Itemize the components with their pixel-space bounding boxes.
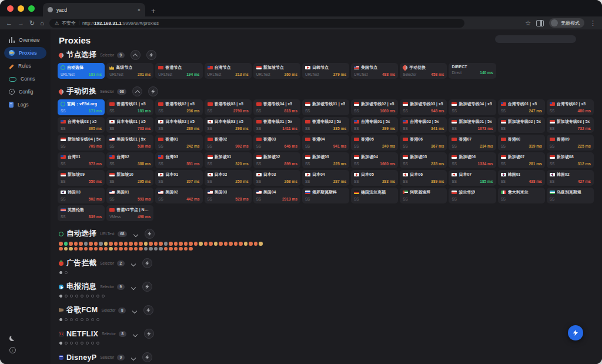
theme-toggle-moon-icon[interactable] [9, 336, 15, 341]
group-latency-test-button[interactable] [144, 329, 154, 339]
expand-group-button[interactable] [131, 259, 136, 268]
proxy-card[interactable]: 台湾03SS551 ms [155, 152, 202, 168]
proxy-card[interactable]: 台湾01SS573 ms [58, 152, 105, 168]
proxy-card[interactable]: 香港01SS242 ms [155, 135, 202, 151]
proxy-card[interactable]: 香港02SS902 ms [205, 135, 252, 151]
home-icon[interactable]: ⌂ [40, 20, 44, 26]
proxy-card[interactable]: 日本06SS389 ms [400, 170, 447, 186]
proxy-card[interactable]: 新加坡02SS899 ms [253, 152, 300, 168]
sidebar-item-proxies[interactable]: Proxies [4, 47, 46, 59]
proxy-card[interactable]: 美国节点URLTest488 ms [351, 63, 398, 79]
proxy-card[interactable]: 新加坡09SS550 ms [58, 170, 105, 186]
collapse-group-button[interactable] [131, 50, 141, 60]
close-tab-icon[interactable]: × [138, 7, 141, 13]
proxy-card[interactable]: 香港06SS367 ms [400, 135, 447, 151]
proxy-card[interactable]: 新加坡专线04 | x5SS [449, 99, 496, 115]
proxy-card[interactable]: 美国04SS2913 ms [253, 188, 300, 203]
proxy-card[interactable]: 高级节点URLTest201 ms [106, 63, 153, 79]
sidebar-item-config[interactable]: Config [4, 86, 46, 98]
proxy-card[interactable]: 新加坡专线01 | 5xSS1073 ms [449, 117, 496, 133]
expand-group-button[interactable] [131, 282, 136, 291]
proxy-card[interactable]: 香港04SS941 ms [302, 135, 349, 151]
proxy-card[interactable]: 英国伦敦SS839 ms [58, 205, 105, 221]
proxy-card[interactable]: 乌兹别克斯坦SS [547, 188, 594, 203]
latency-test-fab-button[interactable] [568, 325, 583, 340]
side-panel-icon[interactable] [536, 20, 544, 26]
sidebar-item-overview[interactable]: Overview [4, 34, 46, 46]
forward-icon[interactable]: → [18, 20, 24, 26]
expand-group-button[interactable] [132, 329, 138, 338]
zoom-window-button[interactable] [28, 5, 35, 12]
proxy-card[interactable]: 新加坡专线04 | 5xSS709 ms [58, 135, 105, 151]
group-latency-test-button[interactable] [142, 282, 152, 292]
group-latency-test-button[interactable] [146, 50, 156, 60]
proxy-card[interactable]: 香港专线01 | 5xSS1411 ms [253, 117, 300, 133]
proxy-card[interactable]: 新加坡03SS225 ms [302, 152, 349, 168]
proxy-card[interactable]: 香港专线02 | x5SS236 ms [155, 99, 202, 115]
proxy-card[interactable]: 香港03SS646 ms [253, 135, 300, 151]
proxy-card[interactable]: 香港专线03 | x5SS2790 ms [205, 99, 252, 115]
browser-menu-icon[interactable]: ⋮ [590, 20, 596, 26]
proxy-card[interactable]: 台湾专线02 | 5xSS341 ms [400, 117, 447, 133]
proxy-card[interactable]: 台湾专线01 | x5SS247 ms [498, 99, 545, 115]
proxy-card[interactable]: 日本02SS250 ms [205, 170, 252, 186]
group-latency-test-button[interactable] [145, 229, 155, 239]
proxy-card[interactable]: 香港V2节点 | Netflix免流VMess490 ms [106, 205, 153, 221]
proxy-card[interactable]: 韩国01SS438 ms [498, 170, 545, 186]
proxy-card[interactable]: 手动切换Selector458 ms [400, 63, 447, 79]
proxy-card[interactable]: 新加坡10SS295 ms [106, 170, 153, 186]
proxy-card[interactable]: 德国法兰克福SS [351, 188, 398, 203]
proxy-card[interactable]: 日本07SS185 ms [449, 170, 496, 186]
proxy-card[interactable]: 新加坡04SS1660 ms [351, 152, 398, 168]
group-latency-test-button[interactable] [143, 305, 153, 315]
proxy-card[interactable]: 新加坡07SS281 ms [498, 152, 545, 168]
reload-icon[interactable]: ↻ [29, 20, 35, 26]
proxy-card[interactable]: 新加坡06SS1334 ms [449, 152, 496, 168]
proxy-card[interactable]: 新加坡专线03 | 5xSS732 ms [547, 117, 594, 133]
proxy-card[interactable]: 新加坡专线02 | 5xSS [498, 117, 545, 133]
proxy-card[interactable]: 意大利米兰SS [498, 188, 545, 203]
proxy-card[interactable]: DIRECTDirect140 ms [449, 63, 496, 79]
proxy-card[interactable]: 新加坡专线03 | x5SS948 ms [400, 99, 447, 115]
proxy-card[interactable]: 美国01SS593 ms [106, 188, 153, 203]
group-latency-test-button[interactable] [142, 352, 152, 362]
proxy-card[interactable]: 俄罗斯莫斯科SS [302, 188, 349, 203]
proxy-card[interactable]: 韩国03SS502 ms [58, 188, 105, 203]
address-bar[interactable]: ⚠ 不安全 http://192.168.31.1:9999/ui/#/prox… [49, 19, 464, 28]
proxy-card[interactable]: 香港08SS319 ms [498, 135, 545, 151]
collapse-group-button[interactable] [132, 86, 142, 96]
sidebar-item-logs[interactable]: Logs [4, 99, 46, 111]
proxy-card[interactable]: 阿联酋迪拜SS [400, 188, 447, 203]
back-icon[interactable]: ← [6, 20, 12, 26]
proxy-card[interactable]: 日本05SS283 ms [351, 170, 398, 186]
proxy-card[interactable]: 香港专线01 | x5SS183 ms [106, 99, 153, 115]
proxy-card[interactable]: 日本专线01 | x5SS703 ms [106, 117, 153, 133]
expand-group-button[interactable] [131, 353, 136, 362]
proxy-card[interactable]: 台湾专线03 | x5SS305 ms [58, 117, 105, 133]
proxy-card[interactable]: 日韩节点URLTest279 ms [302, 63, 349, 79]
proxy-card[interactable]: 香港05SS240 ms [351, 135, 398, 151]
proxy-card[interactable]: 日本03SS268 ms [253, 170, 300, 186]
proxy-filter-input[interactable] [495, 35, 576, 43]
proxy-card[interactable]: 美国专线01 | 5xSS530 ms [106, 135, 153, 151]
proxy-card[interactable]: 台湾专线01 | 5xSS299 ms [351, 117, 398, 133]
proxy-card[interactable]: 香港07SS234 ms [449, 135, 496, 151]
proxy-card[interactable]: 新加坡05SS235 ms [400, 152, 447, 168]
proxy-card[interactable]: 台湾节点URLTest213 ms [205, 63, 252, 79]
proxy-card[interactable]: 香港专线04 | x5SS818 ms [253, 99, 300, 115]
group-latency-test-button[interactable] [142, 258, 152, 268]
proxy-card[interactable]: 香港专线02 | 5xSS335 ms [302, 117, 349, 133]
incognito-profile-chip[interactable]: 无痕模式 [549, 18, 584, 28]
proxy-card[interactable]: 波兰华沙SS [449, 188, 496, 203]
about-info-icon[interactable]: i [9, 347, 16, 353]
proxy-card[interactable]: 新加坡08SS312 ms [547, 152, 594, 168]
close-window-button[interactable] [7, 5, 14, 12]
proxy-card[interactable]: 日本01SS307 ms [155, 170, 202, 186]
browser-tab[interactable]: yacd × [43, 3, 145, 16]
bookmark-star-icon[interactable]: ☆ [525, 20, 531, 26]
proxy-card[interactable]: 日本04SS287 ms [302, 170, 349, 186]
proxy-card[interactable]: 台湾专线02 | x5SS480 ms [547, 99, 594, 115]
proxy-card[interactable]: 自动选择URLTest183 ms [58, 63, 105, 79]
proxy-card[interactable]: 日本专线03 | x5SS298 ms [205, 117, 252, 133]
new-tab-button[interactable]: + [151, 7, 156, 15]
